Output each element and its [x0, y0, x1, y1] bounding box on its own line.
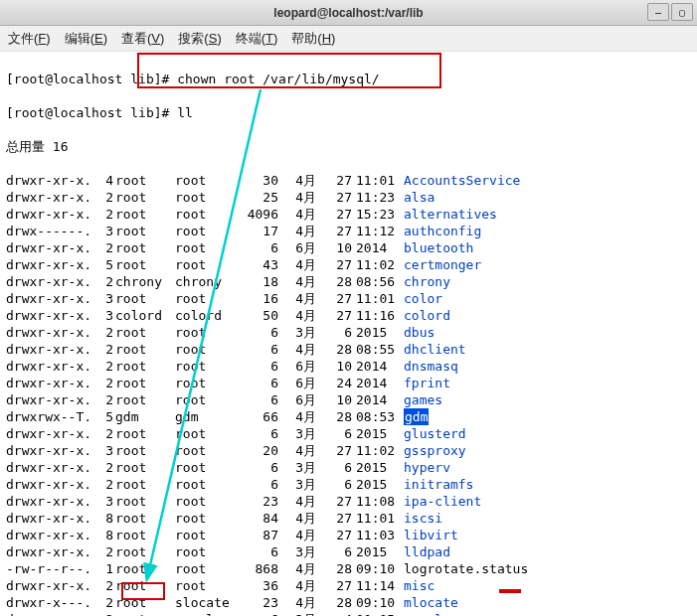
owner: root: [115, 476, 175, 493]
perm: drwxrwx--T.: [6, 408, 93, 425]
terminal[interactable]: [root@localhost lib]# chown root /var/li…: [0, 52, 697, 616]
owner: root: [115, 341, 175, 358]
owner: chrony: [115, 273, 175, 290]
owner: root: [115, 611, 175, 616]
day: 10: [316, 239, 356, 256]
window-controls: — ▢: [647, 3, 693, 21]
perm: drwxr-xr-x.: [6, 611, 93, 616]
size: 23: [237, 594, 278, 611]
owner: root: [115, 172, 175, 189]
listing-row: drwxr-xr-x.4 rootroot304月27 11:01Account…: [6, 172, 691, 189]
group: root: [175, 577, 237, 594]
prompt: [root@localhost lib]#: [6, 71, 177, 87]
listing-row: -rw-r--r--.1 rootroot8684月28 09:10logrot…: [6, 560, 691, 577]
owner: root: [115, 358, 175, 375]
group: root: [175, 560, 237, 577]
listing-row: drwxr-xr-x.3 colordcolord504月27 11:16col…: [6, 307, 691, 324]
size: 6: [237, 239, 278, 256]
size: 36: [237, 577, 278, 594]
time: 11:02: [356, 256, 404, 273]
day: 28: [316, 560, 356, 577]
file-name: lldpad: [404, 543, 450, 560]
perm: drwxr-xr-x.: [6, 493, 93, 510]
time: 11:08: [356, 493, 404, 510]
perm: drwxr-xr-x.: [6, 527, 93, 543]
minimize-button[interactable]: —: [647, 3, 669, 21]
menu-item-s[interactable]: 搜索(S): [178, 30, 221, 48]
file-name: glusterd: [404, 425, 466, 442]
time: 2015: [356, 476, 404, 493]
file-name: alternatives: [404, 206, 497, 223]
size: 30: [237, 172, 278, 189]
month: 6月: [278, 239, 316, 256]
time: 11:16: [356, 307, 404, 324]
menu-item-t[interactable]: 终端(T): [236, 30, 278, 48]
day: 28: [316, 273, 356, 290]
menu-item-h[interactable]: 帮助(H): [291, 30, 335, 48]
day: 24: [316, 375, 356, 391]
perm: -rw-r--r--.: [6, 560, 93, 577]
file-name: bluetooth: [404, 239, 473, 256]
day: 28: [316, 341, 356, 358]
size: 6: [237, 358, 278, 375]
size: 6: [237, 375, 278, 391]
listing-row: drwxr-xr-x.2 rootroot364月27 11:14misc: [6, 577, 691, 594]
owner: root: [115, 425, 175, 442]
perm: drwxr-xr-x.: [6, 510, 93, 527]
size: 6: [237, 476, 278, 493]
owner: root: [115, 206, 175, 223]
time: 2014: [356, 358, 404, 375]
listing-row: drwxr-xr-x.2 rootroot63月6 2015dbus: [6, 324, 691, 341]
size: 50: [237, 307, 278, 324]
links: 2: [93, 459, 115, 476]
group: colord: [175, 307, 237, 324]
links: 2: [93, 611, 115, 616]
day: 10: [316, 391, 356, 408]
file-name: colord: [404, 307, 450, 324]
owner: root: [115, 391, 175, 408]
size: 6: [237, 391, 278, 408]
group: root: [175, 425, 237, 442]
maximize-button[interactable]: ▢: [671, 3, 693, 21]
group: root: [175, 476, 237, 493]
time: 2014: [356, 375, 404, 391]
size: 6: [237, 324, 278, 341]
links: 2: [93, 391, 115, 408]
day: 28: [316, 594, 356, 611]
perm: drwxr-xr-x.: [6, 172, 93, 189]
group: root: [175, 290, 237, 307]
prompt-line-2: [root@localhost lib]# ll: [6, 104, 691, 121]
file-name: dnsmasq: [404, 358, 458, 375]
month: 4月: [278, 206, 316, 223]
size: 20: [237, 442, 278, 459]
file-name: ipa-client: [404, 493, 481, 510]
group: mysql: [175, 611, 237, 616]
size: 6: [237, 459, 278, 476]
day: 27: [316, 172, 356, 189]
size: 23: [237, 493, 278, 510]
listing-row: drwxr-xr-x.3 rootroot164月27 11:01color: [6, 290, 691, 307]
size: 868: [237, 560, 278, 577]
owner: root: [115, 543, 175, 560]
prompt: [root@localhost lib]#: [6, 104, 177, 121]
command: ll: [177, 104, 193, 121]
time: 2014: [356, 239, 404, 256]
time: 15:23: [356, 206, 404, 223]
menu-item-v[interactable]: 查看(V): [121, 30, 164, 48]
file-name: hyperv: [404, 459, 450, 476]
titlebar: leopard@localhost:/var/lib — ▢: [0, 0, 697, 26]
menu-item-f[interactable]: 文件(F): [8, 30, 51, 48]
file-name: libvirt: [404, 527, 458, 543]
time: 2015: [356, 459, 404, 476]
perm: drwxr-xr-x.: [6, 239, 93, 256]
menu-item-e[interactable]: 编辑(E): [65, 30, 107, 48]
day: 6: [316, 425, 356, 442]
owner: root: [115, 594, 175, 611]
perm: drwx------.: [6, 223, 93, 239]
file-name: logrotate.status: [404, 560, 528, 577]
listing-row: drwxr-xr-x.2 rootroot66月24 2014fprint: [6, 375, 691, 391]
size: 6: [237, 341, 278, 358]
window-title: leopard@localhost:/var/lib: [273, 6, 423, 20]
group: root: [175, 256, 237, 273]
listing-row: drwxr-xr-x.5 rootroot434月27 11:02certmon…: [6, 256, 691, 273]
